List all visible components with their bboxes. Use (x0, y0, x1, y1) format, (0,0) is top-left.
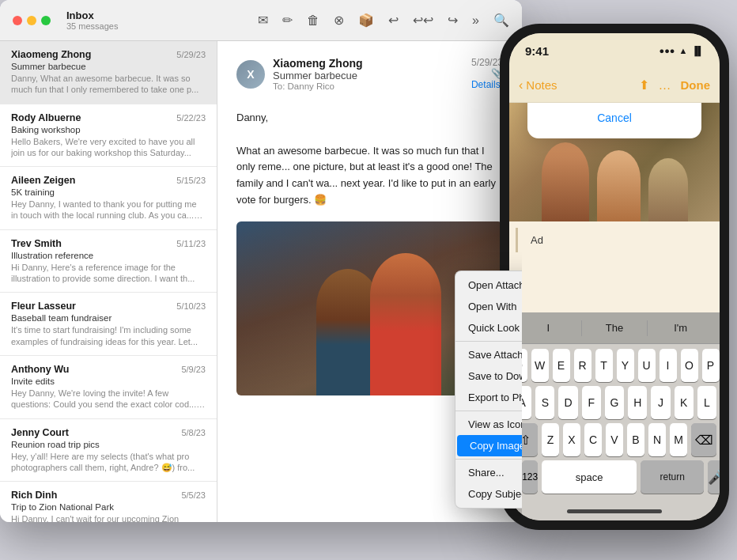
key-T[interactable]: T (595, 349, 613, 382)
maximize-button[interactable] (41, 16, 51, 25)
pasting-cancel-button[interactable]: Cancel (546, 112, 682, 124)
more-options-icon[interactable]: … (659, 78, 671, 93)
mail-body: Xiaomeng Zhong 5/29/23 Summer barbecue D… (0, 41, 522, 522)
context-menu-share[interactable]: Share... (455, 462, 522, 483)
archive-icon[interactable]: 📦 (358, 13, 374, 28)
email-date: 5/29/23 (471, 57, 503, 68)
keyboard: I The I'm Q W E R T Y U I O (509, 312, 720, 501)
keyboard-suggestions: I The I'm (509, 312, 720, 344)
context-menu-export-photos[interactable]: Export to Photos (455, 387, 522, 408)
key-S[interactable]: S (535, 386, 554, 419)
back-label: Notes (526, 78, 557, 92)
context-menu-divider-2 (455, 411, 522, 411)
key-Z[interactable]: Z (542, 423, 559, 456)
suggestion-1[interactable]: I (516, 322, 581, 334)
attachment-icon: 📎 (471, 68, 503, 79)
suggestion-2[interactable]: The (582, 322, 648, 334)
list-item[interactable]: Rich Dinh 5/5/23 Trip to Zion National P… (0, 482, 217, 522)
note-text-area[interactable]: Ad (516, 228, 713, 252)
reply-icon[interactable]: ↩ (388, 13, 399, 28)
email-date-column: 5/29/23 📎 Details (471, 57, 503, 90)
list-item[interactable]: Fleur Lasseur 5/10/23 Baseball team fund… (0, 293, 217, 356)
context-menu-save-downloads[interactable]: Save to Downloads Folder (455, 365, 522, 387)
key-U[interactable]: U (638, 349, 656, 382)
key-N[interactable]: N (648, 423, 666, 456)
context-menu-save-attachment[interactable]: Save Attachment... (455, 344, 522, 365)
notes-back-button[interactable]: ‹ Notes (519, 78, 557, 93)
key-V[interactable]: V (606, 423, 623, 456)
list-item[interactable]: Xiaomeng Zhong 5/29/23 Summer barbecue D… (0, 41, 217, 104)
done-button[interactable]: Done (681, 78, 711, 92)
context-menu-open-attachment[interactable]: Open Attachment (455, 274, 522, 296)
key-K[interactable]: K (675, 386, 694, 419)
pasting-dialog: Pasting from "Danny's MacBook Pro"... Ca… (527, 103, 701, 138)
keyboard-rows: Q W E R T Y U I O P A S D F G (509, 344, 720, 501)
context-menu-view-icon[interactable]: View as Icon (455, 414, 522, 435)
toolbar-icons: ✉ ✏ 🗑 ⊗ 📦 ↩ ↩↩ ↪ » 🔍 (258, 13, 509, 28)
status-bar: 9:41 ●●● ▲ ▐▌ (509, 33, 720, 68)
search-icon[interactable]: 🔍 (493, 13, 509, 28)
forward-icon[interactable]: ↪ (448, 13, 458, 28)
context-menu-copy-image[interactable]: Copy Image (457, 435, 522, 456)
iphone-device: 9:41 ●●● ▲ ▐▌ ‹ Notes ⬆ … Done (500, 24, 729, 530)
compose-icon[interactable]: ✏ (282, 13, 293, 28)
iphone-screen: 9:41 ●●● ▲ ▐▌ ‹ Notes ⬆ … Done (509, 33, 720, 520)
key-G[interactable]: G (605, 386, 624, 419)
close-button[interactable] (13, 16, 22, 25)
key-F[interactable]: F (582, 386, 601, 419)
key-Y[interactable]: Y (617, 349, 634, 382)
sender-info: Xiaomeng Zhong Summer barbecue To: Danny… (273, 57, 363, 91)
delete-icon[interactable]: ⊗ (334, 13, 344, 28)
reply-all-icon[interactable]: ↩↩ (413, 13, 433, 28)
context-menu-quick-look[interactable]: Quick Look Attachment (455, 317, 522, 339)
return-key[interactable]: return (641, 460, 704, 494)
key-D[interactable]: D (558, 386, 577, 419)
notes-nav-icons: ⬆ … Done (639, 78, 711, 93)
key-R[interactable]: R (574, 349, 591, 382)
key-X[interactable]: X (563, 423, 580, 456)
key-J[interactable]: J (651, 386, 670, 419)
mail-icon[interactable]: ✉ (258, 13, 268, 28)
key-W[interactable]: W (531, 349, 549, 382)
key-L[interactable]: L (697, 386, 716, 419)
note-content: Ad Pasting from "Danny's MacBook Pro"...… (509, 103, 720, 312)
suggestion-3[interactable]: I'm (648, 322, 713, 334)
home-indicator-area (509, 501, 720, 520)
context-menu-copy-subject[interactable]: Copy Subject (455, 483, 522, 505)
key-E[interactable]: E (553, 349, 570, 382)
key-I[interactable]: I (660, 349, 677, 382)
trash-icon[interactable]: 🗑 (307, 13, 319, 28)
context-menu-divider-3 (455, 459, 522, 460)
delete-key[interactable]: ⌫ (691, 423, 716, 456)
share-icon[interactable]: ⬆ (639, 78, 649, 93)
space-key[interactable]: space (542, 460, 637, 494)
list-item[interactable]: Anthony Wu 5/9/23 Invite edits Hey Danny… (0, 356, 217, 419)
battery-icon: ▐▌ (691, 46, 704, 55)
list-item[interactable]: Jenny Court 5/8/23 Reunion road trip pic… (0, 419, 217, 482)
key-M[interactable]: M (670, 423, 687, 456)
list-item[interactable]: Rody Albuerne 5/22/23 Baking workshop He… (0, 104, 217, 168)
signal-icon: ●●● (660, 46, 675, 55)
sender-name: Xiaomeng Zhong (273, 57, 363, 70)
status-time: 9:41 (525, 44, 549, 58)
mail-toolbar: Inbox 35 messages ✉ ✏ 🗑 ⊗ 📦 ↩ ↩↩ ↪ » 🔍 (0, 0, 522, 41)
context-menu-open-with[interactable]: Open With › (455, 296, 522, 317)
numbers-key[interactable]: 123 (522, 460, 538, 494)
more-icon[interactable]: » (472, 13, 479, 28)
wifi-icon: ▲ (679, 46, 688, 55)
minimize-button[interactable] (27, 16, 36, 25)
microphone-key[interactable]: 🎤 (708, 460, 720, 494)
email-to: To: Danny Rico (273, 81, 363, 91)
avatar: X (236, 60, 265, 89)
details-link[interactable]: Details (471, 79, 503, 90)
key-B[interactable]: B (627, 423, 644, 456)
inbox-info: Inbox 35 messages (66, 9, 248, 31)
key-P[interactable]: P (702, 349, 720, 382)
email-header: X Xiaomeng Zhong Summer barbecue To: Dan… (236, 57, 503, 97)
key-H[interactable]: H (628, 386, 647, 419)
key-C[interactable]: C (584, 423, 602, 456)
list-item[interactable]: Aileen Zeigen 5/15/23 5K training Hey Da… (0, 167, 217, 230)
key-O[interactable]: O (681, 349, 698, 382)
list-item[interactable]: Trev Smith 5/11/23 Illustration referenc… (0, 230, 217, 293)
inbox-title: Inbox (66, 9, 248, 21)
